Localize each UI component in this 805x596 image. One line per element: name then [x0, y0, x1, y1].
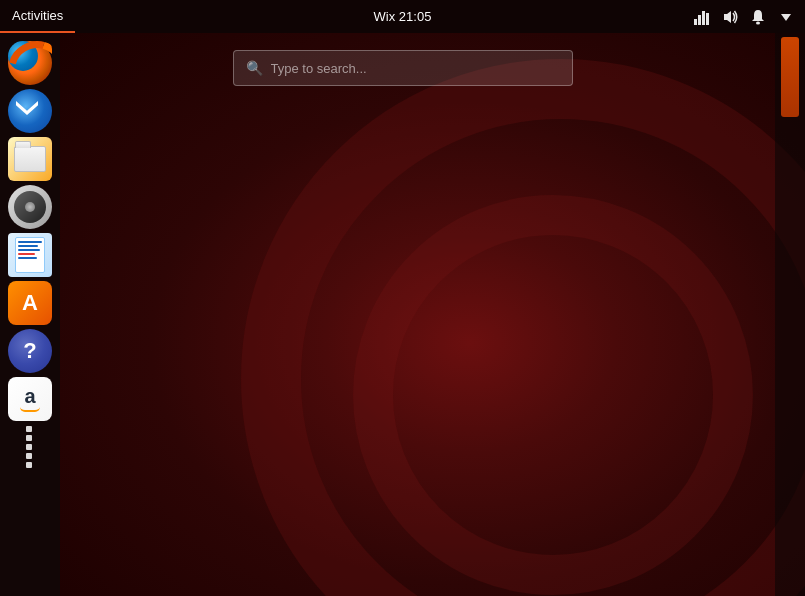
search-icon: 🔍	[246, 60, 263, 76]
dock-item-thunderbird[interactable]	[8, 89, 52, 133]
amazon-icon: a	[24, 386, 35, 406]
dock-item-audio[interactable]	[8, 185, 52, 229]
dock-item-appstore[interactable]: A	[8, 281, 52, 325]
dock: A ? a	[0, 33, 60, 596]
network-icon[interactable]	[691, 6, 713, 28]
writer-line	[18, 245, 38, 247]
right-panel	[775, 33, 805, 596]
search-input[interactable]	[271, 61, 560, 76]
scrollbar-thumb[interactable]	[781, 37, 799, 117]
writer-line	[18, 257, 37, 259]
writer-line	[18, 253, 35, 255]
topbar-left: Activities	[0, 0, 75, 33]
dock-item-show-apps[interactable]	[8, 425, 52, 469]
amazon-smile-icon	[20, 407, 40, 412]
system-menu-icon[interactable]	[775, 6, 797, 28]
clock: Wix 21:05	[374, 9, 432, 24]
topbar-right	[691, 6, 805, 28]
activities-button[interactable]: Activities	[0, 0, 75, 33]
writer-icon	[15, 237, 45, 273]
dock-item-files[interactable]	[8, 137, 52, 181]
grid-icon	[17, 425, 43, 469]
dock-item-firefox[interactable]	[8, 41, 52, 85]
writer-line	[18, 249, 40, 251]
svg-rect-3	[706, 13, 709, 25]
svg-rect-1	[698, 15, 701, 25]
search-box: 🔍	[233, 50, 573, 86]
topbar: Activities Wix 21:05	[0, 0, 805, 33]
dock-item-writer[interactable]	[8, 233, 52, 277]
writer-line	[18, 241, 42, 243]
files-icon	[14, 146, 46, 172]
notification-icon[interactable]	[747, 6, 769, 28]
search-container: 🔍	[233, 50, 573, 86]
audio-icon	[14, 191, 46, 223]
dock-item-amazon[interactable]: a	[8, 377, 52, 421]
svg-rect-0	[694, 19, 697, 25]
svg-rect-2	[702, 11, 705, 25]
svg-point-5	[756, 21, 760, 24]
svg-marker-6	[781, 14, 791, 21]
dock-item-help[interactable]: ?	[8, 329, 52, 373]
help-icon: ?	[23, 338, 36, 364]
desktop	[60, 33, 805, 596]
appstore-icon: A	[22, 290, 38, 316]
svg-marker-4	[724, 11, 731, 23]
volume-icon[interactable]	[719, 6, 741, 28]
